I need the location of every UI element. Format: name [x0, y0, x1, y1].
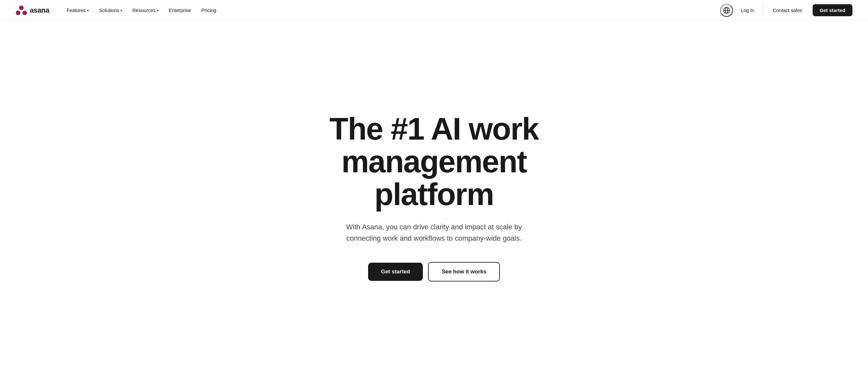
- svg-point-1: [16, 10, 21, 15]
- hero-cta-group: Get started See how it works: [368, 262, 500, 281]
- get-started-nav-button[interactable]: Get started: [813, 4, 852, 16]
- globe-icon: [723, 7, 730, 14]
- nav-divider: [764, 6, 764, 15]
- hero-subtitle: With Asana, you can drive clarity and im…: [337, 221, 531, 244]
- contact-sales-link[interactable]: Contact sales: [768, 5, 807, 16]
- chevron-down-icon: ▾: [87, 9, 89, 12]
- logo-link[interactable]: asana: [16, 4, 49, 16]
- nav-item-enterprise[interactable]: Enterprise: [164, 5, 195, 16]
- chevron-down-icon: ▾: [157, 9, 159, 12]
- chevron-down-icon: ▾: [120, 9, 122, 12]
- hero-get-started-button[interactable]: Get started: [368, 263, 423, 281]
- nav-item-solutions[interactable]: Solutions ▾: [95, 5, 127, 16]
- language-selector-button[interactable]: [720, 4, 733, 17]
- asana-logo-icon: [16, 4, 27, 16]
- nav-item-features[interactable]: Features ▾: [62, 5, 93, 16]
- main-nav: Features ▾ Solutions ▾ Resources ▾ Enter…: [62, 5, 720, 16]
- svg-point-0: [19, 5, 24, 10]
- login-link[interactable]: Log In: [736, 5, 760, 16]
- nav-item-resources[interactable]: Resources ▾: [128, 5, 163, 16]
- navbar-right: Log In Contact sales Get started: [720, 4, 852, 17]
- hero-section: The #1 AI work management platform With …: [0, 21, 868, 367]
- logo-text: asana: [30, 6, 49, 14]
- svg-point-2: [22, 10, 27, 15]
- navbar: asana Features ▾ Solutions ▾ Resources ▾…: [0, 0, 868, 21]
- hero-title: The #1 AI work management platform: [288, 113, 580, 211]
- hero-see-how-button[interactable]: See how it works: [428, 262, 500, 281]
- nav-item-pricing[interactable]: Pricing: [197, 5, 221, 16]
